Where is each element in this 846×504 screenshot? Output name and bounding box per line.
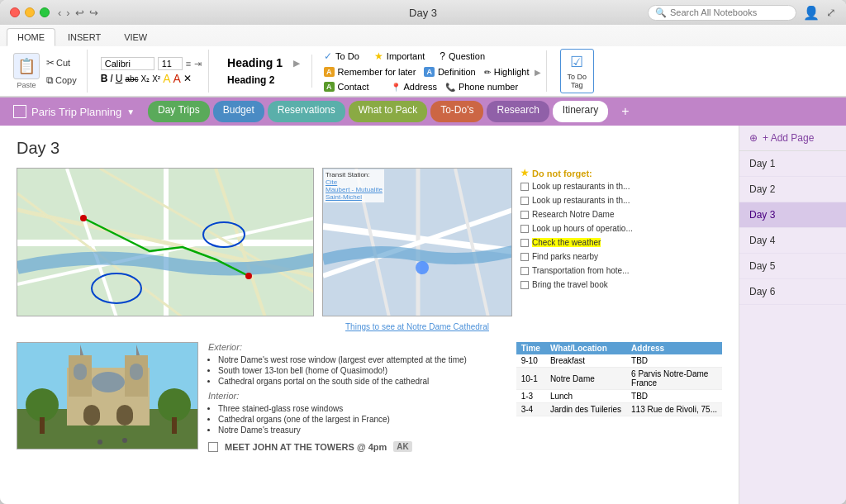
what-0: Breakfast <box>545 354 626 368</box>
traffic-lights <box>10 7 50 17</box>
heading-section: Heading 1 ▶ Heading 2 <box>216 55 312 88</box>
checklist-box-6[interactable] <box>520 267 529 275</box>
question-style[interactable]: ? Question <box>440 50 485 62</box>
todo-style[interactable]: ✓ To Do <box>324 50 359 62</box>
checklist-item-2: Research Notre Dame <box>520 210 686 219</box>
do-not-forget-header: ★ Do not forget: <box>520 168 686 178</box>
superscript-button[interactable]: X² <box>152 74 160 83</box>
cut-button[interactable]: ✂ Cut <box>43 55 80 70</box>
phone-style[interactable]: 📞 Phone number <box>445 82 518 92</box>
add-page-button[interactable]: ⊕ + Add Page <box>739 126 846 151</box>
map-notes-area: Transit Station: Cite Maubert - Mutualit… <box>322 168 722 332</box>
checklist-box-0[interactable] <box>520 183 529 191</box>
tab-view[interactable]: VIEW <box>113 28 158 46</box>
checklist-box-4[interactable] <box>520 239 529 247</box>
heading1-button[interactable]: Heading 1 ▶ <box>222 55 305 71</box>
sidebar-pages: Day 1 Day 2 Day 3 Day 4 Day 5 Day 6 <box>739 151 846 305</box>
addr-1: 6 Parvis Notre-DameFrance <box>626 368 722 390</box>
nav-back-icon[interactable]: ‹ <box>58 7 61 19</box>
font-name-input[interactable] <box>101 57 154 70</box>
sidebar-page-day3[interactable]: Day 3 <box>739 202 846 228</box>
schedule-row-1: 10-1 Notre Dame 6 Parvis Notre-DameFranc… <box>516 368 722 390</box>
font-section: ≡ ⇥ B I U abc X₂ X² A A ✕ <box>94 50 209 93</box>
font-color-icon[interactable]: A <box>173 72 181 85</box>
add-tab-button[interactable]: + <box>611 101 639 122</box>
what-2: Lunch <box>545 390 626 403</box>
user-icon[interactable]: 👤 <box>803 5 820 21</box>
transit-info: Transit Station: Cite Maubert - Mutualit… <box>324 169 384 202</box>
clear-format-icon[interactable]: ✕ <box>183 73 192 84</box>
meet-john-checkbox[interactable] <box>208 442 218 452</box>
checklist-box-3[interactable] <box>520 225 529 233</box>
search-input[interactable] <box>670 7 789 17</box>
notebook-title[interactable]: Paris Trip Planning ▼ <box>7 102 141 121</box>
tab-insert[interactable]: INSERT <box>57 28 112 46</box>
strikethrough-button[interactable]: abc <box>125 74 138 83</box>
map-1 <box>17 168 314 332</box>
subscript-button[interactable]: X₂ <box>141 74 150 83</box>
search-icon: 🔍 <box>655 7 667 18</box>
interior-bullets: Three stained-glass rose windows Cathedr… <box>218 404 500 435</box>
list-icons: ≡ <box>186 59 191 69</box>
svg-point-11 <box>80 215 87 221</box>
definition-style[interactable]: A Definition <box>424 67 475 77</box>
cathedral-link[interactable]: Things to see at Notre Dame Cathedral <box>345 322 489 331</box>
svg-rect-29 <box>74 364 87 380</box>
checklist-item-1: Look up restaurants in th... <box>520 196 686 205</box>
sidebar-page-day2[interactable]: Day 2 <box>739 177 846 202</box>
tab-budget[interactable]: Budget <box>213 101 264 122</box>
expand-icon[interactable]: ⤢ <box>826 6 836 19</box>
undo-icon[interactable]: ↩ <box>75 7 84 19</box>
checklist-box-5[interactable] <box>520 253 529 261</box>
expand-styles-icon[interactable]: ▶ <box>535 68 541 77</box>
important-style[interactable]: ★ Important <box>374 50 425 62</box>
tab-research[interactable]: Research <box>487 101 549 122</box>
highlight-style[interactable]: ✏ Highlight <box>484 67 530 77</box>
tab-day-trips[interactable]: Day Trips <box>148 101 210 122</box>
close-button[interactable] <box>10 7 20 17</box>
todo-tag-button[interactable]: ☑ To DoTag <box>560 49 595 93</box>
svg-point-12 <box>245 273 252 279</box>
copy-button[interactable]: ⧉ Copy <box>43 73 80 88</box>
checklist-box-1[interactable] <box>520 197 529 205</box>
sidebar-page-day5[interactable]: Day 5 <box>739 254 846 279</box>
checklist-item-3: Look up hours of operatio... <box>520 224 686 233</box>
star-icon: ★ <box>520 168 529 178</box>
notebook-dropdown-icon[interactable]: ▼ <box>126 107 135 116</box>
app-window: ‹ › ↩ ↪ Day 3 🔍 👤 ⤢ HOME INSERT VIEW <box>0 0 846 504</box>
sidebar-page-day4[interactable]: Day 4 <box>739 228 846 254</box>
checklist-item-6: Transportation from hote... <box>520 266 686 275</box>
bold-button[interactable]: B <box>101 73 108 84</box>
heading2-button[interactable]: Heading 2 <box>222 73 305 88</box>
paste-button[interactable]: 📋 <box>13 53 40 79</box>
page-tabs: Day Trips Budget Reservations What to Pa… <box>148 101 639 122</box>
checklist-box-7[interactable] <box>520 281 529 289</box>
italic-button[interactable]: I <box>110 73 112 84</box>
fullscreen-button[interactable] <box>40 7 50 17</box>
tab-home[interactable]: HOME <box>7 28 55 46</box>
checklist-box-2[interactable] <box>520 211 529 219</box>
todo-tag-section: ☑ To DoTag <box>554 50 601 93</box>
font-size-input[interactable] <box>158 57 183 70</box>
sidebar-page-day1[interactable]: Day 1 <box>739 151 846 177</box>
remember-style[interactable]: A Remember for later <box>324 67 416 77</box>
contact-style[interactable]: A Contact <box>324 82 368 92</box>
schedule-row-2: 1-3 Lunch TBD <box>516 390 722 403</box>
sidebar-page-day6[interactable]: Day 6 <box>739 279 846 305</box>
highlight-color-icon[interactable]: A <box>163 72 170 85</box>
tab-todos[interactable]: To-Do's <box>430 101 483 122</box>
schedule-col-address: Address <box>626 342 722 354</box>
underline-button[interactable]: U <box>116 73 123 84</box>
clipboard-section: 📋 Paste ✂ Cut ⧉ Copy <box>7 50 88 93</box>
nav-forward-icon[interactable]: › <box>66 7 69 19</box>
main-area: Day 3 <box>0 126 846 504</box>
time-0: 9-10 <box>516 354 545 368</box>
search-bar[interactable]: 🔍 <box>648 5 796 21</box>
redo-icon[interactable]: ↪ <box>89 7 98 19</box>
minimize-button[interactable] <box>25 7 35 17</box>
tab-what-to-pack[interactable]: What to Pack <box>349 101 427 122</box>
tab-reservations[interactable]: Reservations <box>268 101 345 122</box>
maps-row: Transit Station: Cite Maubert - Mutualit… <box>17 168 722 332</box>
address-style[interactable]: 📍 Address <box>391 82 437 92</box>
tab-itinerary[interactable]: Itinerary <box>553 101 608 122</box>
